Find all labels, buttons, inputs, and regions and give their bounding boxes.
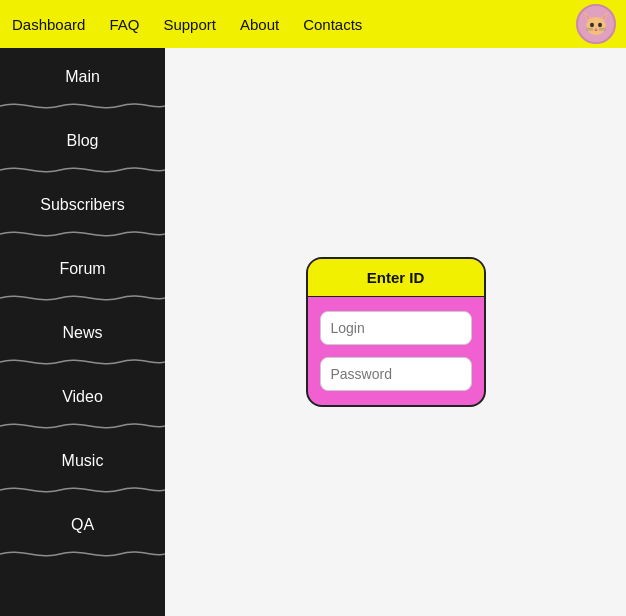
nav-dashboard[interactable]: Dashboard <box>12 16 85 33</box>
nav-about[interactable]: About <box>240 16 279 33</box>
wave-divider <box>0 484 165 496</box>
wave-divider <box>0 228 165 240</box>
wave-divider <box>0 356 165 368</box>
sidebar-item-main[interactable]: Main <box>0 48 165 112</box>
cat-icon <box>580 8 612 40</box>
svg-point-7 <box>595 28 597 30</box>
sidebar-item-subscribers[interactable]: Subscribers <box>0 176 165 240</box>
svg-point-5 <box>590 23 594 27</box>
wave-divider <box>0 420 165 432</box>
top-nav: Dashboard FAQ Support About Contacts <box>0 0 626 48</box>
login-input[interactable] <box>320 311 472 345</box>
login-card: Enter ID <box>306 257 486 407</box>
sidebar-item-forum[interactable]: Forum <box>0 240 165 304</box>
wave-divider <box>0 164 165 176</box>
nav-support[interactable]: Support <box>163 16 216 33</box>
wave-divider <box>0 100 165 112</box>
main-layout: Main Blog Subscribers Forum News <box>0 48 626 616</box>
login-card-header: Enter ID <box>308 259 484 297</box>
login-card-body <box>308 297 484 405</box>
password-input[interactable] <box>320 357 472 391</box>
content-area: Enter ID <box>165 48 626 616</box>
logo-avatar[interactable] <box>576 4 616 44</box>
sidebar-item-video[interactable]: Video <box>0 368 165 432</box>
sidebar: Main Blog Subscribers Forum News <box>0 48 165 616</box>
wave-divider <box>0 548 165 560</box>
nav-links: Dashboard FAQ Support About Contacts <box>12 16 362 33</box>
sidebar-item-music[interactable]: Music <box>0 432 165 496</box>
svg-point-6 <box>598 23 602 27</box>
nav-contacts[interactable]: Contacts <box>303 16 362 33</box>
sidebar-item-news[interactable]: News <box>0 304 165 368</box>
nav-faq[interactable]: FAQ <box>109 16 139 33</box>
svg-point-0 <box>586 17 606 35</box>
sidebar-item-qa[interactable]: QA <box>0 496 165 560</box>
wave-divider <box>0 292 165 304</box>
sidebar-item-blog[interactable]: Blog <box>0 112 165 176</box>
